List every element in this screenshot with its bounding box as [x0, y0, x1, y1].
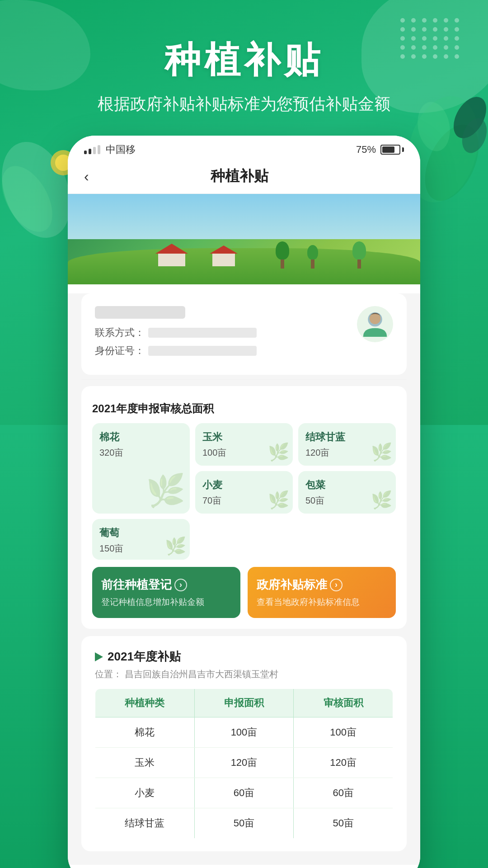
cell-approved-3: 50亩 [294, 808, 393, 839]
header-area: 种植补贴 根据政府补贴补贴标准为您预估补贴金额 [0, 36, 488, 115]
crop-icon-cotton: 🌿 [146, 472, 185, 509]
id-label: 身份证号： [95, 344, 145, 358]
status-right: 75% [356, 144, 404, 156]
table-header-row: 种植种类 申报面积 审核面积 [95, 689, 393, 717]
crop-card-1: 结球甘蓝120亩🌿 [298, 423, 396, 466]
hero-house-1 [158, 244, 185, 266]
cell-crop-2: 小麦 [95, 778, 195, 808]
status-bar: 中国移 75% [68, 136, 420, 160]
crop-section-title: 2021年度申报审核总面积 [92, 401, 396, 416]
crop-card-3: 包菜50亩🌿 [298, 471, 396, 514]
table-row: 棉花100亩100亩 [95, 717, 393, 748]
nav-bar: ‹ 种植补贴 [68, 160, 420, 194]
signal-icon [84, 145, 100, 154]
standard-button-title: 政府补贴标准 › [257, 577, 387, 593]
subsidy-header: 2021年度补贴 [95, 649, 393, 665]
cell-crop-3: 结球甘蓝 [95, 808, 195, 839]
user-id-field: 身份证号： [95, 344, 357, 358]
cell-reported-3: 50亩 [194, 808, 294, 839]
action-row: 前往种植登记 › 登记种植信息增加补贴金额 政府补贴标准 › 查看当地政府补贴标… [92, 567, 396, 618]
id-value-blur [148, 346, 257, 356]
col-header-approved: 审核面积 [294, 689, 393, 717]
hero-tree-3 [352, 241, 366, 269]
standard-button[interactable]: 政府补贴标准 › 查看当地政府补贴标准信息 [248, 567, 396, 618]
table-row: 玉米120亩120亩 [95, 748, 393, 778]
cell-approved-1: 120亩 [294, 748, 393, 778]
cell-crop-0: 棉花 [95, 717, 195, 748]
hero-tree-1 [276, 241, 289, 269]
col-header-crop: 种植种类 [95, 689, 195, 717]
location-text: 位置： 昌吉回族自治州昌吉市大西渠镇玉堂村 [95, 668, 393, 680]
contact-value-blur [148, 328, 257, 338]
subsidy-title: 2021年度补贴 [108, 649, 181, 665]
cell-reported-2: 60亩 [194, 778, 294, 808]
cell-approved-2: 60亩 [294, 778, 393, 808]
battery-percent: 75% [356, 144, 376, 156]
table-row: 结球甘蓝50亩50亩 [95, 808, 393, 839]
register-button[interactable]: 前往种植登记 › 登记种植信息增加补贴金额 [92, 567, 240, 618]
crop-section-card: 2021年度申报审核总面积 棉花320亩🌿玉米100亩🌿结球甘蓝120亩🌿小麦7… [81, 386, 407, 629]
table-row: 小麦60亩60亩 [95, 778, 393, 808]
user-contact-field: 联系方式： [95, 326, 357, 340]
standard-arrow-icon: › [330, 579, 343, 591]
crop-card-cotton: 棉花320亩🌿 [92, 423, 190, 514]
cell-crop-1: 玉米 [95, 748, 195, 778]
carrier-text: 中国移 [106, 143, 136, 156]
register-button-desc: 登记种植信息增加补贴金额 [101, 596, 231, 608]
subsidy-table: 种植种类 申报面积 审核面积 棉花100亩100亩玉米120亩120亩小麦60亩… [95, 689, 393, 839]
signal-area: 中国移 [84, 143, 136, 156]
hero-house-2 [212, 244, 235, 266]
user-name-blur [95, 306, 185, 319]
hero-tree-2 [307, 245, 318, 269]
user-card: 联系方式： 身份证号： [81, 293, 407, 375]
phone-mockup: 中国移 75% ‹ 种植补贴 [68, 136, 420, 868]
cell-reported-1: 120亩 [194, 748, 294, 778]
contact-label: 联系方式： [95, 326, 145, 340]
page-subtitle: 根据政府补贴补贴标准为您预估补贴金额 [0, 93, 488, 115]
nav-title: 种植补贴 [98, 166, 381, 186]
back-button[interactable]: ‹ [84, 168, 89, 185]
page-title: 种植补贴 [0, 36, 488, 85]
battery-icon [380, 145, 404, 155]
crop-grid: 棉花320亩🌿玉米100亩🌿结球甘蓝120亩🌿小麦70亩🌿包菜50亩🌿葡萄150… [92, 423, 396, 560]
svg-point-10 [370, 313, 381, 325]
triangle-icon [95, 652, 103, 661]
col-header-reported: 申报面积 [194, 689, 294, 717]
subsidy-card: 2021年度补贴 位置： 昌吉回族自治州昌吉市大西渠镇玉堂村 种植种类 申报面积… [81, 636, 407, 851]
cell-reported-0: 100亩 [194, 717, 294, 748]
crop-card-4: 葡萄150亩🌿 [92, 519, 190, 560]
standard-button-desc: 查看当地政府补贴标准信息 [257, 596, 387, 608]
divider-1 [81, 379, 407, 380]
register-arrow-icon: › [174, 579, 187, 591]
hero-banner [68, 194, 420, 284]
crop-card-2: 小麦70亩🌿 [195, 471, 293, 514]
avatar [357, 306, 393, 342]
crop-card-0: 玉米100亩🌿 [195, 423, 293, 466]
crop-name-cotton: 棉花 [99, 430, 183, 444]
user-info: 联系方式： 身份证号： [95, 306, 357, 362]
cell-approved-0: 100亩 [294, 717, 393, 748]
content-area: 联系方式： 身份证号： 20 [68, 293, 420, 865]
register-button-title: 前往种植登记 › [101, 577, 231, 593]
crop-area-cotton: 320亩 [99, 447, 183, 459]
